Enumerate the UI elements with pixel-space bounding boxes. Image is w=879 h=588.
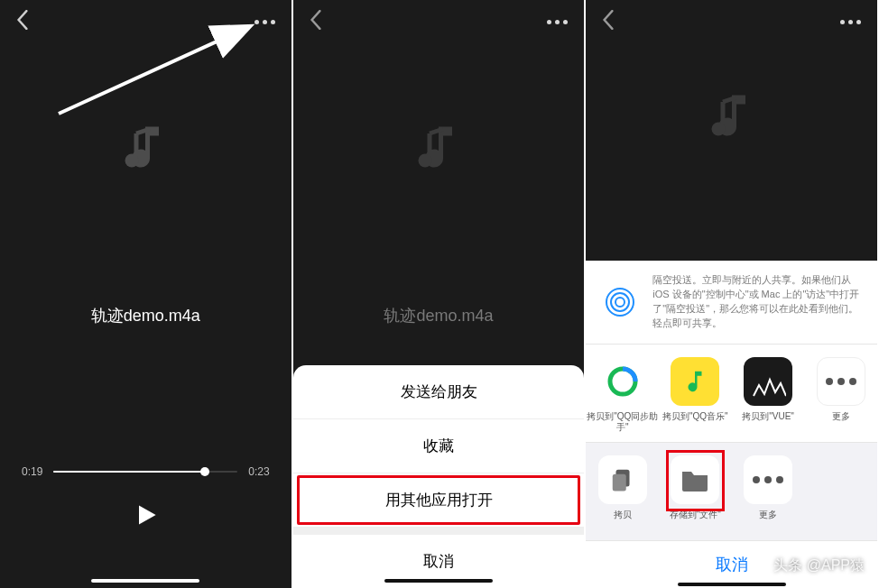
share-app-vue[interactable]: 拷贝到"VUE": [732, 357, 805, 433]
folder-icon: [671, 455, 719, 504]
time-total: 0:23: [248, 465, 269, 478]
music-placeholder: [0, 43, 291, 251]
back-icon[interactable]: [16, 10, 29, 33]
share-sheet: 隔空投送。立即与附近的人共享。如果他们从 iOS 设备的"控制中心"或 Mac …: [586, 261, 877, 588]
file-name: 轨迹demo.m4a: [0, 305, 291, 326]
play-button[interactable]: [22, 500, 270, 534]
more-icon[interactable]: [547, 20, 568, 24]
airdrop-row[interactable]: 隔空投送。立即与附近的人共享。如果他们从 iOS 设备的"控制中心"或 Mac …: [586, 261, 877, 345]
header: [293, 0, 585, 43]
sheet-item-favorite[interactable]: 收藏: [293, 419, 585, 473]
share-app-label: 拷贝到"VUE": [742, 411, 794, 433]
airdrop-icon: [600, 282, 640, 322]
share-app-label: 拷贝到"QQ音乐": [662, 411, 728, 433]
vue-icon: [744, 357, 792, 406]
progress-bar[interactable]: 0:19 0:23: [22, 465, 270, 478]
panel-player: 轨迹demo.m4a 0:19 0:23: [0, 0, 291, 588]
home-indicator[interactable]: [384, 579, 493, 583]
track[interactable]: [53, 471, 237, 473]
home-indicator[interactable]: [91, 579, 199, 583]
qqsync-icon: [598, 357, 647, 406]
share-app-more[interactable]: 更多: [804, 357, 877, 433]
share-app-label: 拷贝到"QQ同步助手": [586, 411, 659, 433]
share-action-copy[interactable]: 拷贝: [586, 455, 659, 531]
share-action-label: 存储到"文件": [670, 510, 721, 531]
share-action-more[interactable]: 更多: [732, 455, 805, 531]
share-app-qqsync[interactable]: 拷贝到"QQ同步助手": [586, 357, 659, 433]
share-action-save-files[interactable]: 存储到"文件": [659, 455, 732, 531]
player-controls: 0:19 0:23: [0, 465, 291, 534]
svg-rect-9: [612, 474, 625, 492]
share-app-label: 更多: [832, 411, 850, 433]
back-icon[interactable]: [310, 10, 322, 33]
qqmusic-icon: [671, 357, 719, 406]
svg-point-5: [611, 293, 629, 311]
copy-icon: [598, 455, 647, 504]
more-icon: [817, 357, 865, 406]
share-action-label: 更多: [759, 510, 777, 531]
svg-point-4: [615, 298, 625, 307]
more-icon[interactable]: [254, 20, 275, 24]
share-actions-row: 拷贝 存储到"文件" 更多: [586, 443, 877, 540]
music-placeholder: [586, 43, 877, 188]
panel-actionsheet: 轨迹demo.m4a 发送给朋友 收藏 用其他应用打开 取消: [293, 0, 585, 588]
sheet-item-label: 用其他应用打开: [385, 492, 493, 509]
time-current: 0:19: [22, 465, 42, 478]
home-indicator[interactable]: [678, 583, 786, 586]
header: [0, 0, 291, 43]
sheet-separator: [293, 528, 585, 535]
sheet-item-open-other[interactable]: 用其他应用打开: [293, 473, 585, 528]
watermark: 头条 @APP猿: [773, 556, 865, 575]
share-app-qqmusic[interactable]: 拷贝到"QQ音乐": [659, 357, 732, 433]
back-icon[interactable]: [602, 10, 615, 33]
share-apps-row: 拷贝到"QQ同步助手" 拷贝到"QQ音乐" 拷贝到"VUE" 更多: [586, 345, 877, 443]
header: [586, 0, 877, 43]
panel-sharesheet: 隔空投送。立即与附近的人共享。如果他们从 iOS 设备的"控制中心"或 Mac …: [586, 0, 877, 588]
airdrop-text: 隔空投送。立即与附近的人共享。如果他们从 iOS 设备的"控制中心"或 Mac …: [652, 273, 863, 331]
sheet-item-send[interactable]: 发送给朋友: [293, 365, 585, 419]
more-icon: [744, 455, 792, 504]
share-action-label: 拷贝: [614, 510, 632, 531]
action-sheet: 发送给朋友 收藏 用其他应用打开 取消: [293, 365, 585, 588]
more-icon[interactable]: [840, 20, 861, 24]
file-name: 轨迹demo.m4a: [293, 305, 585, 326]
music-placeholder: [293, 43, 585, 251]
track-knob[interactable]: [200, 467, 209, 476]
